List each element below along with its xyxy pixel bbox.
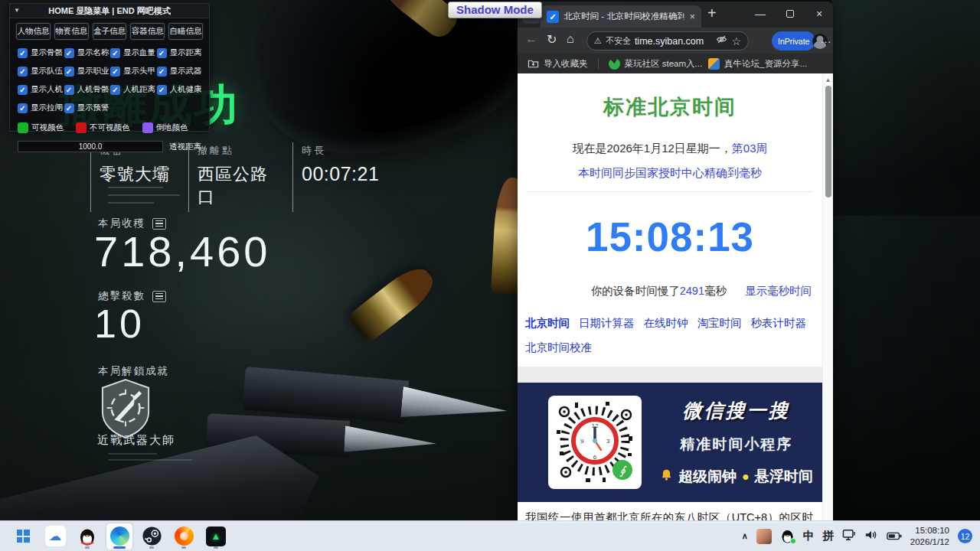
toggle-show-switch[interactable]: ✓显示拉闸 <box>18 103 64 113</box>
start-button[interactable] <box>10 523 36 549</box>
toggle-show-skeleton[interactable]: ✓显示骨骼 <box>18 47 64 58</box>
achievement-name: 近戰武器大師 <box>97 433 175 448</box>
address-bar[interactable]: ⚠ 不安全 time.syiban.com ☆ <box>586 31 749 51</box>
cloud-icon: ☁ <box>49 529 61 543</box>
taskbar-game-button[interactable]: ▲ <box>203 523 229 549</box>
nav-link-calibration[interactable]: 北京时间校准 <box>518 341 822 355</box>
toggle-show-armor[interactable]: ✓显示头甲 <box>110 66 157 77</box>
maximize-icon <box>786 10 794 18</box>
toggle-label: 显示拉闸 <box>31 103 63 113</box>
tab-box-info[interactable]: 盒子信息 <box>93 23 127 40</box>
ime-pinyin-indicator[interactable]: 拼 <box>822 529 834 543</box>
nav-link-stopwatch[interactable]: 秒表计时器 <box>751 316 807 331</box>
notification-badge[interactable]: 12 <box>958 529 972 543</box>
pacman-favicon-icon <box>609 58 620 70</box>
cheat-menu-header[interactable]: ▼ HOME 显隐菜单 | END 网吧模式 <box>10 4 209 18</box>
checkbox-checked-icon: ✓ <box>110 85 120 95</box>
window-maximize-button[interactable] <box>776 2 805 26</box>
esp-distance-input[interactable]: 1000.0 <box>18 141 163 152</box>
nav-link-online-clock[interactable]: 在线时钟 <box>644 316 688 331</box>
toggle-show-team[interactable]: ✓显示队伍 <box>18 66 64 77</box>
battery-icon[interactable] <box>887 530 902 543</box>
orange-launcher-icon <box>175 527 194 546</box>
scrollbar-thumb[interactable] <box>825 86 831 197</box>
toggle-bot-skeleton[interactable]: ✓人机骨骼 <box>64 84 111 95</box>
wechat-banner[interactable]: 12 6 9 3 ∮ 微信搜一搜 精准时间小程序 <box>518 383 822 502</box>
tray-qq-icon[interactable] <box>780 529 795 543</box>
tray-avatar-icon[interactable] <box>756 529 772 544</box>
visible-color-setting[interactable]: 可视颜色 <box>18 122 64 133</box>
toggle-show-warning[interactable]: ✓显示预警 <box>64 103 111 113</box>
nav-link-beijing-time[interactable]: 北京时间 <box>525 316 570 331</box>
ime-chinese-indicator[interactable]: 中 <box>803 529 815 543</box>
taskbar-qq-button[interactable] <box>74 523 100 549</box>
new-tab-button[interactable]: + <box>707 5 717 22</box>
url-text[interactable]: time.syiban.com <box>635 36 704 47</box>
toggle-show-job[interactable]: ✓显示职业 <box>64 66 111 77</box>
window-minimize-button[interactable]: — <box>746 2 775 26</box>
toggle-show-name[interactable]: ✓显示名称 <box>64 47 111 58</box>
checkbox-checked-icon: ✓ <box>18 67 28 77</box>
tab-person-info[interactable]: 人物信息 <box>16 23 51 40</box>
shadow-mode-chip[interactable]: Shadow Mode <box>448 2 542 18</box>
taskbar-netdisk-button[interactable]: ☁ <box>42 523 68 549</box>
checkbox-checked-icon: ✓ <box>64 103 74 113</box>
offset-ms-value: 2491 <box>680 285 704 297</box>
green-triangle-icon: ▲ <box>206 527 226 546</box>
inprivate-badge[interactable]: InPrivate <box>772 31 815 51</box>
toggle-show-distance[interactable]: ✓显示距离 <box>157 47 204 58</box>
volume-icon[interactable] <box>864 529 878 544</box>
toggle-bot-health[interactable]: ✓人机健康 <box>157 84 204 95</box>
bookmark-zhenniu[interactable]: 真牛论坛_资源分享... <box>708 58 807 70</box>
tab-loot-info[interactable]: 物资信息 <box>54 23 89 40</box>
taskbar-clock[interactable]: 15:08:10 2026/1/12 <box>910 525 949 548</box>
favorite-star-icon[interactable]: ☆ <box>731 35 741 47</box>
toggle-show-weapon[interactable]: ✓显示武器 <box>157 66 204 77</box>
scroll-up-icon[interactable]: ▲ <box>823 77 833 83</box>
page-scrollbar[interactable]: ▲ <box>822 73 833 523</box>
color-label: 倒地颜色 <box>156 122 188 133</box>
toggle-label: 显示头甲 <box>123 66 155 77</box>
week-link[interactable]: 第03周 <box>732 142 768 155</box>
invisible-color-setting[interactable]: 不可视颜色 <box>76 122 130 133</box>
toggle-label: 显示名称 <box>77 47 109 58</box>
browser-menu-icon[interactable]: … <box>820 32 832 45</box>
toggle-label: 显示队伍 <box>31 66 63 77</box>
tray-chevron-icon[interactable]: ∧ <box>742 531 748 541</box>
toggle-show-health[interactable]: ✓显示血量 <box>110 47 157 58</box>
home-icon[interactable]: ⌂ <box>567 32 574 46</box>
invisible-color-swatch[interactable] <box>76 122 87 133</box>
downed-color-swatch[interactable] <box>142 122 153 133</box>
color-label: 不可视颜色 <box>90 122 130 133</box>
nav-link-date-calc[interactable]: 日期计算器 <box>579 316 635 331</box>
forum-favicon-icon <box>708 58 720 70</box>
badge-alarm: 超级闹钟 <box>678 467 737 487</box>
cast-monitor-icon[interactable] <box>842 529 856 544</box>
visible-color-swatch[interactable] <box>18 122 28 133</box>
nav-link-taobao-time[interactable]: 淘宝时间 <box>697 316 742 331</box>
collapse-icon[interactable]: ▼ <box>14 7 20 14</box>
back-icon[interactable]: ← <box>525 32 537 46</box>
refresh-icon[interactable]: ↻ <box>547 32 557 47</box>
downed-color-setting[interactable]: 倒地颜色 <box>142 122 188 133</box>
browser-tab[interactable]: ✓ 北京时间 - 北京时间校准精确到毫 × <box>541 5 701 28</box>
window-close-button[interactable]: × <box>805 2 833 26</box>
tab-aim-info[interactable]: 自瞄信息 <box>168 23 203 40</box>
bookmark-import[interactable]: 导入收藏夹 <box>528 58 588 70</box>
tab-container-info[interactable]: 容器信息 <box>130 23 165 40</box>
eye-off-icon[interactable] <box>716 34 727 48</box>
list-detail-icon[interactable] <box>152 291 166 302</box>
bookmark-caiwan[interactable]: 菜玩社区 steam入... <box>609 58 703 70</box>
cheat-menu-panel: ▼ HOME 显隐菜单 | END 网吧模式 人物信息 物资信息 盒子信息 容器… <box>9 3 210 132</box>
show-ms-link[interactable]: 显示毫秒时间 <box>745 284 812 298</box>
bookmark-label: 菜玩社区 steam入... <box>625 58 703 70</box>
toggle-bot-distance[interactable]: ✓人机距离 <box>110 84 157 95</box>
web-page: 标准北京时间 现在是2026年1月12日星期一，第03周 本时间同步国家授时中心… <box>518 73 833 523</box>
taskbar-launcher-button[interactable] <box>171 523 197 549</box>
taskbar-edge-button[interactable] <box>106 523 132 549</box>
taskbar-steam-button[interactable] <box>139 523 165 549</box>
toggle-show-bot[interactable]: ✓显示人机 <box>18 84 64 95</box>
tab-close-icon[interactable]: × <box>689 11 695 22</box>
checkbox-checked-icon: ✓ <box>18 103 28 113</box>
sync-link[interactable]: 本时间同步国家授时中心精确到毫秒 <box>518 166 822 181</box>
